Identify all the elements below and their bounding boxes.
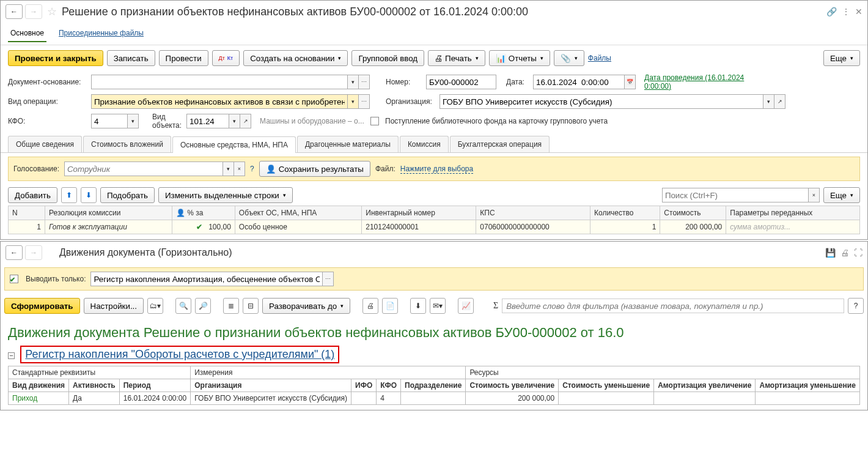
pick-button[interactable]: Подобрать <box>100 187 155 203</box>
obj-type-input[interactable] <box>186 114 229 128</box>
move-down-button[interactable]: ⬇ <box>81 187 97 203</box>
tab-general[interactable]: Общие сведения <box>8 136 82 152</box>
save2-icon[interactable]: ⬇ <box>410 298 426 314</box>
op-type-select[interactable]: ▾ <box>348 94 359 109</box>
grid-search-input[interactable] <box>662 188 809 202</box>
find-icon[interactable]: 🔍 <box>175 298 191 314</box>
group-input-button[interactable]: Групповой ввод <box>351 50 424 66</box>
tab-fixed-assets[interactable]: Основные средства, НМА, НПА <box>172 136 296 153</box>
report-help-icon[interactable]: ? <box>848 298 864 314</box>
col-inventory[interactable]: Инвентарный номер <box>362 206 476 220</box>
print-button[interactable]: 🖨 Печать▾ <box>428 50 485 66</box>
date-picker[interactable]: 📅 <box>625 75 636 89</box>
op-type-input[interactable] <box>91 94 348 109</box>
move-up-button[interactable]: ⬆ <box>61 187 77 203</box>
print2-icon[interactable]: 🖨 <box>362 298 378 314</box>
col-kps[interactable]: КПС <box>476 206 590 220</box>
collapse-toggle[interactable]: − <box>8 352 15 359</box>
files-link[interactable]: Файлы <box>588 54 611 62</box>
write-button[interactable]: Записать <box>107 50 155 66</box>
org-select[interactable]: ▾ <box>763 94 774 109</box>
voting-select[interactable]: ▾ <box>223 161 234 176</box>
grid-search-clear[interactable]: × <box>809 188 820 202</box>
variant-icon[interactable]: 🗂▾ <box>147 298 163 314</box>
table-row[interactable]: 1 Готов к эксплуатации ✔ 100,00 Особо це… <box>9 220 860 234</box>
forward-button[interactable]: → <box>25 4 42 19</box>
forward-button[interactable]: → <box>25 245 42 260</box>
collapse-icon[interactable]: ⊟ <box>243 298 259 314</box>
kfo-input[interactable] <box>91 114 128 128</box>
org-label: Организация: <box>386 97 436 106</box>
close-icon[interactable]: ✕ <box>855 7 862 17</box>
voting-label: Голосование: <box>13 165 59 173</box>
report-table: Стандартные реквизиты Измерения Ресурсы … <box>8 366 860 405</box>
output-only-checkbox[interactable]: ✔ <box>10 275 18 283</box>
tab-investment-cost[interactable]: Стоимость вложений <box>83 136 171 152</box>
page-icon[interactable]: 📄 <box>382 298 398 314</box>
col-qty[interactable]: Количество <box>590 206 660 220</box>
col-resolution[interactable]: Резолюция комиссии <box>45 206 172 220</box>
favorite-icon[interactable]: ☆ <box>47 5 57 18</box>
print-icon[interactable]: 🖨 <box>840 248 849 258</box>
h-cost-dec: Стоимость уменьшение <box>559 379 654 392</box>
back-button[interactable]: ← <box>6 245 23 260</box>
dtkt-icon-button[interactable]: ДтКт <box>212 50 240 66</box>
add-row-button[interactable]: Добавить <box>8 187 57 203</box>
voting-clear[interactable]: × <box>234 161 245 176</box>
obj-type-select[interactable]: ▾ <box>229 114 240 128</box>
col-percent[interactable]: 👤 % за <box>172 206 235 220</box>
col-n[interactable]: N <box>9 206 45 220</box>
register-filter-ellipsis[interactable]: ⋯ <box>323 272 334 286</box>
report-row[interactable]: Приход Да 16.01.2024 0:00:00 ГОБУ ВПО Ун… <box>9 392 860 405</box>
chart-icon[interactable]: 📈 <box>458 298 474 314</box>
kfo-select[interactable]: ▾ <box>128 114 139 128</box>
col-object[interactable]: Объект ОС, НМА, НПА <box>235 206 361 220</box>
col-params[interactable]: Параметры переданных <box>726 206 860 220</box>
back-button[interactable]: ← <box>6 4 23 19</box>
post-and-close-button[interactable]: Провести и закрыть <box>8 50 103 66</box>
voting-employee-input[interactable] <box>64 161 223 176</box>
assets-grid[interactable]: N Резолюция комиссии 👤 % за Объект ОС, Н… <box>8 206 860 234</box>
save-results-button[interactable]: 👤 Сохранить результаты <box>259 161 370 177</box>
edit-selected-rows-button[interactable]: Изменить выделенные строки▾ <box>158 187 293 203</box>
tab-accounting-op[interactable]: Бухгалтерская операция <box>450 136 550 152</box>
grid-more-button[interactable]: Еще▾ <box>823 187 860 203</box>
tab-attached-files[interactable]: Присоединенные файлы <box>56 25 146 42</box>
posting-date-link[interactable]: Дата проведения (16.01.2024 0:00:00) <box>644 73 754 91</box>
menu-icon[interactable]: ⋮ <box>842 7 850 17</box>
lib-fund-checkbox[interactable] <box>370 117 379 125</box>
reports-button[interactable]: 📊 Отчеты▾ <box>489 50 550 66</box>
register-link[interactable]: Регистр накопления "Обороты расчетов с у… <box>20 346 339 363</box>
org-input[interactable] <box>440 94 763 109</box>
levels-icon[interactable]: ≣ <box>223 298 239 314</box>
doc-basis-ellipsis[interactable]: ⋯ <box>359 75 370 89</box>
org-open[interactable]: ↗ <box>774 94 785 109</box>
doc-basis-select[interactable]: ▾ <box>348 75 359 89</box>
tab-main[interactable]: Основное <box>8 25 46 42</box>
post-button[interactable]: Провести <box>159 50 208 66</box>
date-input[interactable] <box>533 75 625 89</box>
obj-type-open[interactable]: ↗ <box>240 114 251 128</box>
expand-icon[interactable]: ⛶ <box>854 248 862 258</box>
col-cost[interactable]: Стоимость <box>660 206 726 220</box>
h-dept: Подразделение <box>401 379 466 392</box>
report-filter-input[interactable] <box>502 299 844 313</box>
file-choose-link[interactable]: Нажмите для выбора <box>400 165 473 174</box>
settings-button[interactable]: Настройки... <box>84 298 144 314</box>
mail-icon[interactable]: ✉▾ <box>430 298 446 314</box>
doc-basis-input[interactable] <box>91 75 348 89</box>
create-based-button[interactable]: Создать на основании▾ <box>243 50 348 66</box>
generate-button[interactable]: Сформировать <box>4 298 80 314</box>
attach-icon-button[interactable]: 📎▾ <box>554 50 584 66</box>
more-button[interactable]: Еще▾ <box>823 50 860 66</box>
expand-to-button[interactable]: Разворачивать до▾ <box>262 298 350 314</box>
number-input[interactable] <box>426 75 496 89</box>
op-type-ellipsis[interactable]: ⋯ <box>359 94 370 109</box>
save-icon[interactable]: 💾 <box>825 248 836 258</box>
tab-commission[interactable]: Комиссия <box>400 136 449 152</box>
link-icon[interactable]: 🔗 <box>826 7 837 17</box>
find-next-icon[interactable]: 🔎 <box>195 298 211 314</box>
help-icon[interactable]: ? <box>250 165 254 173</box>
tab-precious-materials[interactable]: Драгоценные материалы <box>297 136 399 152</box>
register-filter-input[interactable] <box>90 272 323 286</box>
